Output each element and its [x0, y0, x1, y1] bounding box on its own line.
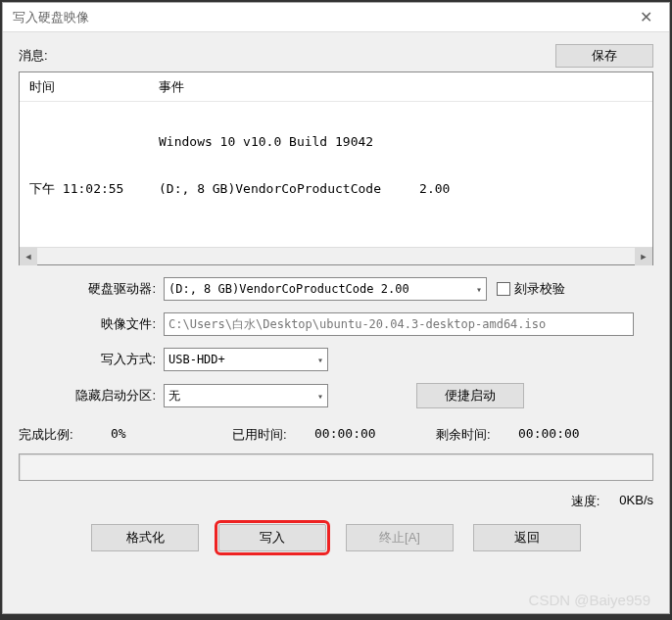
log-time: 下午 11:02:55	[24, 180, 155, 198]
write-button[interactable]: 写入	[218, 524, 326, 551]
message-row: 消息: 保存	[19, 44, 653, 68]
dialog-window: 写入硬盘映像 ✕ 消息: 保存 时间 事件 Windows 10 v10.0 B…	[2, 2, 670, 614]
row-image: 映像文件: C:\Users\白水\Desktop\ubuntu-20.04.3…	[19, 312, 653, 336]
log-event: (D:, 8 GB)VendorCoProductCode 2.00	[155, 180, 648, 198]
log-header: 时间 事件	[20, 72, 652, 101]
scroll-right-icon[interactable]: ►	[635, 248, 652, 265]
log-event: Windows 10 v10.0 Build 19042	[155, 133, 648, 151]
verify-label: 刻录校验	[514, 280, 565, 298]
write-mode-select[interactable]: USB-HDD+ ▾	[164, 348, 328, 371]
h-scrollbar[interactable]: ◄ ►	[20, 247, 652, 264]
verify-checkbox-wrap[interactable]: 刻录校验	[497, 280, 565, 298]
log-time	[24, 133, 155, 151]
log-row: 下午 11:02:55 (D:, 8 GB)VendorCoProductCod…	[24, 180, 648, 198]
progress-bar	[19, 453, 653, 481]
form-area: 硬盘驱动器: (D:, 8 GB)VendorCoProductCode 2.0…	[19, 265, 653, 416]
chevron-down-icon: ▾	[476, 284, 482, 295]
save-button[interactable]: 保存	[555, 44, 653, 68]
quick-boot-button[interactable]: 便捷启动	[416, 383, 524, 408]
window-title: 写入硬盘映像	[13, 9, 630, 26]
drive-select[interactable]: (D:, 8 GB)VendorCoProductCode 2.00 ▾	[164, 277, 487, 301]
elapsed-value: 00:00:00	[314, 426, 432, 444]
row-write-mode: 写入方式: USB-HDD+ ▾	[19, 348, 653, 371]
row-drive: 硬盘驱动器: (D:, 8 GB)VendorCoProductCode 2.0…	[19, 277, 653, 301]
log-row: Windows 10 v10.0 Build 19042	[24, 133, 648, 151]
chevron-down-icon: ▾	[317, 355, 323, 365]
write-mode-label: 写入方式:	[19, 351, 164, 368]
titlebar: 写入硬盘映像 ✕	[3, 3, 669, 32]
stop-button: 终止[A]	[346, 524, 454, 551]
speed-row: 速度: 0KB/s	[19, 493, 653, 510]
format-button[interactable]: 格式化	[91, 524, 199, 551]
done-value: 0%	[111, 426, 228, 444]
close-icon[interactable]: ✕	[630, 4, 661, 31]
image-path-value: C:\Users\白水\Desktop\ubuntu-20.04.3-deskt…	[168, 316, 546, 333]
dialog-body: 消息: 保存 时间 事件 Windows 10 v10.0 Build 1904…	[3, 32, 669, 613]
remain-label: 剩余时间:	[436, 426, 514, 444]
stats-row: 完成比例: 0% 已用时间: 00:00:00 剩余时间: 00:00:00	[19, 426, 653, 444]
image-path-field[interactable]: C:\Users\白水\Desktop\ubuntu-20.04.3-deskt…	[164, 312, 634, 336]
log-rows: Windows 10 v10.0 Build 19042 下午 11:02:55…	[20, 102, 652, 247]
message-label: 消息:	[19, 47, 555, 65]
verify-checkbox[interactable]	[497, 282, 510, 296]
drive-value: (D:, 8 GB)VendorCoProductCode 2.00	[168, 282, 409, 296]
speed-value: 0KB/s	[619, 493, 653, 510]
hidden-boot-select[interactable]: 无 ▾	[164, 384, 328, 407]
elapsed-label: 已用时间:	[232, 426, 311, 444]
row-hidden-boot: 隐藏启动分区: 无 ▾ 便捷启动	[19, 383, 653, 408]
button-row: 格式化 写入 终止[A] 返回	[19, 524, 653, 551]
log-col-time: 时间	[24, 78, 155, 96]
speed-label: 速度:	[571, 493, 600, 510]
write-mode-value: USB-HDD+	[168, 353, 225, 366]
log-col-event: 事件	[155, 78, 648, 96]
scroll-left-icon[interactable]: ◄	[20, 248, 37, 265]
remain-value: 00:00:00	[518, 426, 580, 444]
back-button[interactable]: 返回	[473, 524, 581, 551]
drive-label: 硬盘驱动器:	[19, 280, 164, 298]
image-label: 映像文件:	[19, 315, 164, 333]
done-label: 完成比例:	[19, 426, 107, 444]
log-panel: 时间 事件 Windows 10 v10.0 Build 19042 下午 11…	[19, 72, 653, 265]
chevron-down-icon: ▾	[317, 391, 323, 402]
hidden-boot-label: 隐藏启动分区:	[19, 387, 164, 405]
hidden-boot-value: 无	[168, 388, 180, 405]
